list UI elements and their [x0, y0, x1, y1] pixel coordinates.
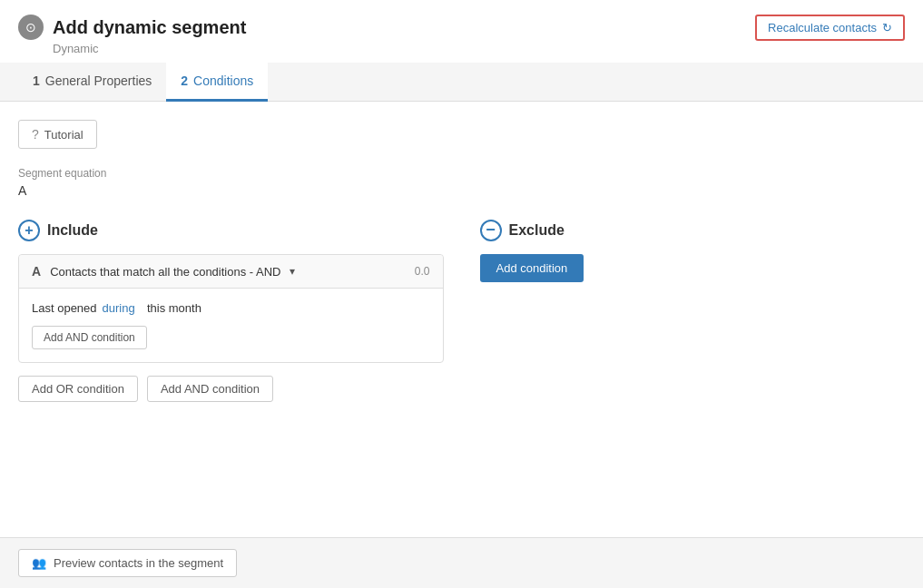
bottom-buttons: Add OR condition Add AND condition: [18, 376, 444, 402]
page-title: Add dynamic segment: [53, 17, 246, 38]
segment-equation-label: Segment equation: [18, 167, 905, 180]
condition-group-body: Last opened during this month Add AND co…: [19, 289, 443, 362]
condition-part-2: during: [103, 301, 135, 315]
include-header: + Include: [18, 220, 444, 241]
add-and-condition-inner-button[interactable]: Add AND condition: [32, 326, 147, 349]
group-letter: A: [32, 264, 41, 279]
tab-general-label: General Properties: [45, 74, 152, 88]
condition-part-3: this month: [141, 301, 201, 315]
include-toggle-button[interactable]: +: [18, 220, 40, 241]
condition-part-1: Last opened: [32, 301, 97, 315]
preview-icon: 👥: [32, 556, 46, 570]
page-wrapper: ⊙ Add dynamic segment Dynamic Recalculat…: [0, 0, 923, 588]
preview-contacts-button[interactable]: 👥 Preview contacts in the segment: [18, 549, 237, 577]
tab-general-number: 1: [33, 74, 40, 88]
tutorial-label: Tutorial: [44, 128, 83, 142]
two-column-layout: + Include A Contacts that match all the …: [18, 220, 905, 402]
header-title-row: ⊙ Add dynamic segment: [18, 15, 246, 40]
recalculate-button[interactable]: Recalculate contacts ↻: [755, 15, 905, 41]
include-column: + Include A Contacts that match all the …: [18, 220, 444, 402]
tabs-bar: 1 General Properties 2 Conditions: [0, 63, 923, 102]
chevron-down-icon: ▾: [290, 265, 295, 278]
segment-equation: Segment equation A: [18, 167, 905, 198]
condition-group-header: A Contacts that match all the conditions…: [19, 255, 443, 289]
recalculate-label: Recalculate contacts: [768, 21, 877, 34]
tab-general-properties[interactable]: 1 General Properties: [18, 63, 166, 102]
main-content: ? Tutorial Segment equation A + Include …: [0, 102, 923, 420]
add-condition-button[interactable]: Add condition: [480, 254, 584, 282]
recalculate-icon: ↻: [882, 21, 892, 34]
question-icon: ?: [32, 127, 39, 142]
header-left: ⊙ Add dynamic segment Dynamic: [18, 15, 246, 55]
exclude-header: − Exclude: [480, 220, 906, 241]
condition-row: Last opened during this month: [32, 301, 430, 315]
condition-group-a: A Contacts that match all the conditions…: [18, 254, 444, 363]
include-title: Include: [47, 222, 98, 239]
exclude-title: Exclude: [509, 222, 565, 239]
preview-bar: 👥 Preview contacts in the segment: [0, 537, 923, 588]
group-score: 0.0: [415, 265, 430, 278]
page-subtitle: Dynamic: [53, 42, 246, 55]
header: ⊙ Add dynamic segment Dynamic Recalculat…: [0, 0, 923, 63]
segment-equation-value: A: [18, 183, 905, 198]
add-and-condition-button[interactable]: Add AND condition: [147, 376, 273, 402]
add-or-condition-button[interactable]: Add OR condition: [18, 376, 138, 402]
preview-label: Preview contacts in the segment: [54, 556, 223, 570]
exclude-column: − Exclude Add condition: [480, 220, 906, 402]
tutorial-button[interactable]: ? Tutorial: [18, 120, 97, 149]
group-select-text[interactable]: Contacts that match all the conditions -…: [50, 265, 280, 279]
exclude-toggle-button[interactable]: −: [480, 220, 502, 241]
tab-conditions-label: Conditions: [193, 74, 253, 88]
condition-group-label: A Contacts that match all the conditions…: [32, 264, 295, 279]
tab-conditions[interactable]: 2 Conditions: [166, 63, 268, 102]
segment-icon: ⊙: [18, 15, 44, 40]
tab-conditions-number: 2: [181, 74, 188, 88]
